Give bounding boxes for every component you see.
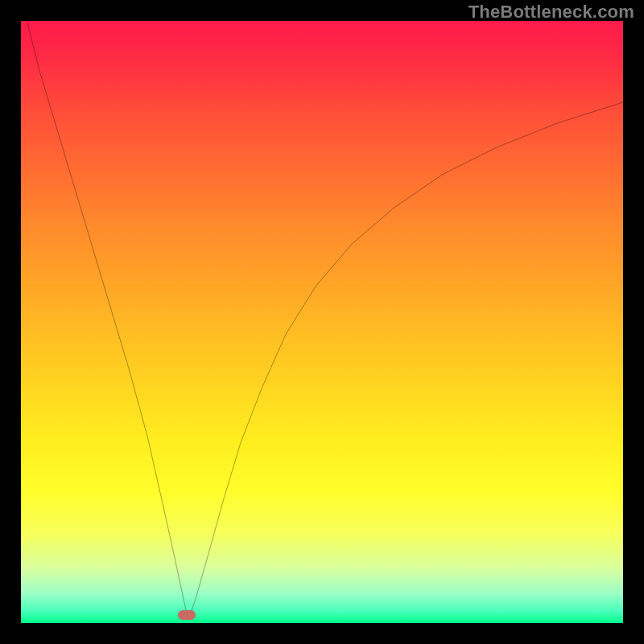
chart-frame: TheBottleneck.com [0,0,644,644]
curve-layer [21,21,623,623]
min-marker [178,610,196,620]
watermark-text: TheBottleneck.com [469,2,634,23]
curve-path [27,21,623,620]
